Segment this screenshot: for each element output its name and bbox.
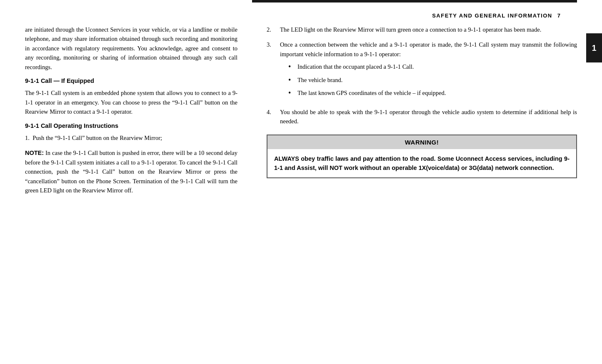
item4-text: You should be able to speak with the 9-1… bbox=[280, 109, 577, 125]
warning-text: ALWAYS obey traffic laws and pay attenti… bbox=[274, 155, 570, 171]
bullet-dot-2: • bbox=[288, 75, 293, 85]
header-page-number: 7 bbox=[557, 12, 560, 19]
item2-text: The LED light on the Rearview Mirror wil… bbox=[280, 26, 541, 33]
item3-text: Once a connection between the vehicle an… bbox=[280, 41, 577, 57]
intro-text: are initiated through the Uconnect Servi… bbox=[25, 25, 237, 72]
bullet-dot-1: • bbox=[288, 62, 293, 72]
item2-num: 2. bbox=[267, 25, 277, 34]
bullet-item-2: • The vehicle brand. bbox=[288, 75, 577, 85]
bullet-text-1: Indication that the occupant placed a 9-… bbox=[297, 62, 577, 72]
bullet-text-2: The vehicle brand. bbox=[297, 75, 577, 85]
section1-body: The 9-1-1 Call system is an embedded pho… bbox=[25, 88, 237, 116]
section2-heading: 9-1-1 Call Operating Instructions bbox=[25, 122, 237, 129]
bullet-dot-3: • bbox=[288, 88, 293, 98]
item3-content: Once a connection between the vehicle an… bbox=[280, 40, 577, 101]
page-container: SAFETY AND GENERAL INFORMATION 7 are ini… bbox=[0, 0, 602, 364]
bullet-text-3: The last known GPS coordinates of the ve… bbox=[297, 88, 577, 98]
item1-text: Push the “9-1-1 Call” button on the Rear… bbox=[32, 135, 162, 141]
section1-heading: 9-1-1 Call — If Equipped bbox=[25, 77, 237, 84]
list-item-3: 3. Once a connection between the vehicle… bbox=[267, 40, 577, 101]
bullet-item-1: • Indication that the occupant placed a … bbox=[288, 62, 577, 72]
content-area: are initiated through the Uconnect Servi… bbox=[0, 25, 602, 364]
right-sidebar-tab: 1 bbox=[586, 33, 602, 62]
warning-header: WARNING! bbox=[267, 135, 576, 149]
item1-num: 1. bbox=[25, 135, 30, 141]
sidebar-number: 1 bbox=[592, 43, 596, 53]
bullet-list: • Indication that the occupant placed a … bbox=[288, 62, 577, 98]
header-title: SAFETY AND GENERAL INFORMATION bbox=[432, 12, 552, 19]
bullet-item-3: • The last known GPS coordinates of the … bbox=[288, 88, 577, 98]
section2-item1: 1. Push the “9-1-1 Call” button on the R… bbox=[25, 133, 237, 142]
left-column: are initiated through the Uconnect Servi… bbox=[25, 25, 246, 356]
right-column: 2. The LED light on the Rearview Mirror … bbox=[262, 25, 577, 356]
list-item-4: 4. You should be able to speak with the … bbox=[267, 107, 577, 126]
list-item-2: 2. The LED light on the Rearview Mirror … bbox=[267, 25, 577, 34]
numbered-list: 2. The LED light on the Rearview Mirror … bbox=[267, 25, 577, 126]
item4-num: 4. bbox=[267, 107, 277, 126]
item3-num: 3. bbox=[267, 40, 277, 101]
warning-box: WARNING! ALWAYS obey traffic laws and pa… bbox=[267, 135, 577, 179]
item4-content: You should be able to speak with the 9-1… bbox=[280, 107, 577, 126]
note-text: NOTE: In case the 9-1-1 Call button is p… bbox=[25, 148, 237, 195]
item2-content: The LED light on the Rearview Mirror wil… bbox=[280, 25, 577, 34]
warning-body: ALWAYS obey traffic laws and pay attenti… bbox=[267, 149, 576, 178]
note-body: In case the 9-1-1 Call button is pushed … bbox=[25, 150, 237, 194]
note-bold-label: NOTE: bbox=[25, 150, 44, 156]
